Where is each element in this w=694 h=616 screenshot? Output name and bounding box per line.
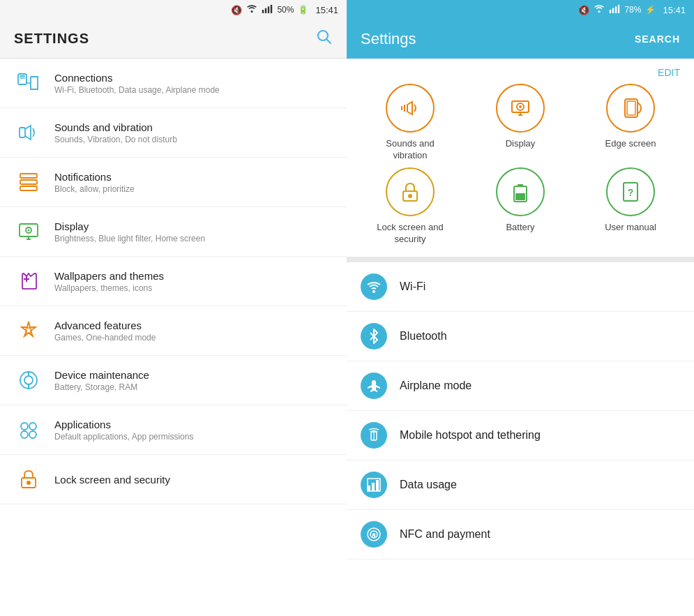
- svg-rect-34: [612, 8, 614, 13]
- right-item-airplane[interactable]: Airplane mode: [347, 361, 694, 411]
- edit-button[interactable]: EDIT: [658, 67, 680, 78]
- wifi-label: Wi-Fi: [400, 280, 425, 293]
- settings-list: Connections Wi-Fi, Bluetooth, Data usage…: [0, 59, 347, 616]
- svg-point-45: [408, 194, 412, 198]
- svg-rect-36: [618, 5, 619, 13]
- right-item-wifi[interactable]: Wi-Fi: [347, 262, 694, 312]
- left-header: SETTINGS: [0, 20, 347, 59]
- svg-text:N: N: [372, 533, 375, 538]
- left-panel: 🔇 50% 🔋 15:41 SETTINGS: [0, 0, 347, 616]
- svg-rect-14: [20, 186, 37, 190]
- favorite-edge-screen[interactable]: Edge screen: [578, 84, 683, 162]
- favorite-sounds-label: Sounds andvibration: [386, 138, 434, 162]
- svg-point-0: [251, 10, 253, 13]
- wallpapers-text: Wallpapers and themes Wallpapers, themes…: [54, 270, 164, 293]
- favorite-edge-icon-circle: [606, 84, 655, 133]
- settings-item-sounds[interactable]: Sounds and vibration Sounds, Vibration, …: [0, 108, 347, 158]
- right-panel: 🔇 78% ⚡ 15:41 Settings SEARCH EDIT: [347, 0, 694, 616]
- svg-point-19: [28, 230, 30, 232]
- left-battery-icon: 🔋: [298, 5, 308, 15]
- settings-item-advanced[interactable]: Advanced features Games, One-handed mode: [0, 306, 347, 356]
- hotspot-label: Mobile hotspot and tethering: [400, 429, 541, 442]
- settings-item-wallpapers[interactable]: Wallpapers and themes Wallpapers, themes…: [0, 257, 347, 306]
- lockscreen-text: Lock screen and security: [54, 474, 170, 486]
- svg-rect-55: [372, 483, 375, 491]
- favorites-edit-row: EDIT: [347, 64, 694, 84]
- svg-rect-11: [20, 128, 25, 137]
- display-icon: [14, 217, 43, 246]
- svg-rect-35: [615, 6, 617, 13]
- right-time: 15:41: [663, 5, 686, 15]
- wifi-icon: [361, 273, 387, 300]
- settings-item-connections[interactable]: Connections Wi-Fi, Bluetooth, Data usage…: [0, 59, 347, 108]
- right-item-bluetooth[interactable]: Bluetooth: [347, 312, 694, 361]
- data-usage-label: Data usage: [400, 479, 457, 491]
- settings-item-device[interactable]: Device maintenance Battery, Storage, RAM: [0, 356, 347, 405]
- advanced-title: Advanced features: [54, 320, 156, 331]
- applications-icon: [14, 415, 43, 444]
- svg-rect-2: [265, 8, 266, 13]
- applications-title: Applications: [54, 419, 193, 430]
- connections-title: Connections: [54, 72, 220, 84]
- favorites-section: EDIT Sounds andvibration: [347, 59, 694, 257]
- favorite-display-label: Display: [506, 138, 536, 150]
- settings-item-notifications[interactable]: Notifications Block, allow, prioritize: [0, 158, 347, 207]
- right-item-data[interactable]: Data usage: [347, 460, 694, 510]
- svg-rect-12: [20, 174, 37, 178]
- right-signal-icon: [609, 4, 620, 15]
- svg-rect-47: [518, 184, 523, 187]
- right-battery-text: 78%: [624, 5, 641, 15]
- lockscreen-title: Lock screen and security: [54, 474, 170, 486]
- wallpapers-title: Wallpapers and themes: [54, 270, 164, 282]
- advanced-text: Advanced features Games, One-handed mode: [54, 320, 156, 343]
- settings-item-applications[interactable]: Applications Default applications, App p…: [0, 405, 347, 455]
- favorite-edge-label: Edge screen: [605, 138, 656, 150]
- device-title: Device maintenance: [54, 369, 149, 381]
- svg-point-31: [27, 481, 31, 485]
- svg-point-26: [21, 423, 28, 430]
- left-signal-icon: [262, 4, 273, 15]
- right-item-nfc[interactable]: N NFC and payment: [347, 510, 694, 559]
- left-battery-text: 50%: [277, 5, 294, 15]
- right-title: Settings: [361, 30, 416, 48]
- svg-point-25: [24, 376, 33, 384]
- right-search-button[interactable]: SEARCH: [635, 33, 680, 45]
- svg-rect-43: [627, 101, 635, 115]
- svg-rect-9: [20, 77, 25, 79]
- lockscreen-icon: [14, 465, 43, 494]
- sounds-title: Sounds and vibration: [54, 121, 177, 133]
- svg-rect-4: [271, 5, 272, 13]
- notifications-title: Notifications: [54, 171, 135, 183]
- airplane-icon: [361, 373, 387, 399]
- left-time: 15:41: [315, 5, 338, 15]
- favorite-battery-icon-circle: [496, 167, 545, 216]
- svg-point-51: [372, 290, 375, 293]
- notifications-subtitle: Block, allow, prioritize: [54, 184, 135, 194]
- favorite-lock-screen[interactable]: Lock screen andsecurity: [358, 167, 462, 246]
- favorite-lock-label: Lock screen andsecurity: [377, 222, 443, 246]
- favorite-display[interactable]: Display: [468, 84, 573, 162]
- svg-rect-8: [20, 75, 25, 77]
- settings-item-lockscreen[interactable]: Lock screen and security: [0, 455, 347, 504]
- right-settings-list: Wi-Fi Bluetooth Airplane mode: [347, 262, 694, 616]
- nfc-icon: N: [361, 521, 387, 548]
- right-wifi-icon: [594, 4, 605, 15]
- svg-rect-1: [262, 10, 264, 13]
- favorite-battery[interactable]: Battery: [468, 167, 573, 246]
- right-item-hotspot[interactable]: Mobile hotspot and tethering: [347, 411, 694, 460]
- left-search-icon[interactable]: [316, 29, 333, 50]
- bluetooth-icon: [361, 323, 387, 350]
- svg-rect-48: [515, 193, 525, 200]
- favorite-sounds[interactable]: Sounds andvibration: [358, 84, 462, 162]
- settings-item-display[interactable]: Display Brightness, Blue light filter, H…: [0, 207, 347, 257]
- svg-point-32: [598, 10, 601, 13]
- wallpapers-icon: [14, 266, 43, 296]
- connections-subtitle: Wi-Fi, Bluetooth, Data usage, Airplane m…: [54, 85, 220, 95]
- advanced-icon: [14, 316, 43, 345]
- svg-point-39: [519, 105, 522, 108]
- left-wifi-icon: [246, 4, 257, 15]
- favorite-user-manual[interactable]: ? User manual: [578, 167, 683, 246]
- svg-point-27: [29, 423, 36, 430]
- right-mute-icon: 🔇: [578, 5, 589, 15]
- svg-text:?: ?: [628, 187, 634, 198]
